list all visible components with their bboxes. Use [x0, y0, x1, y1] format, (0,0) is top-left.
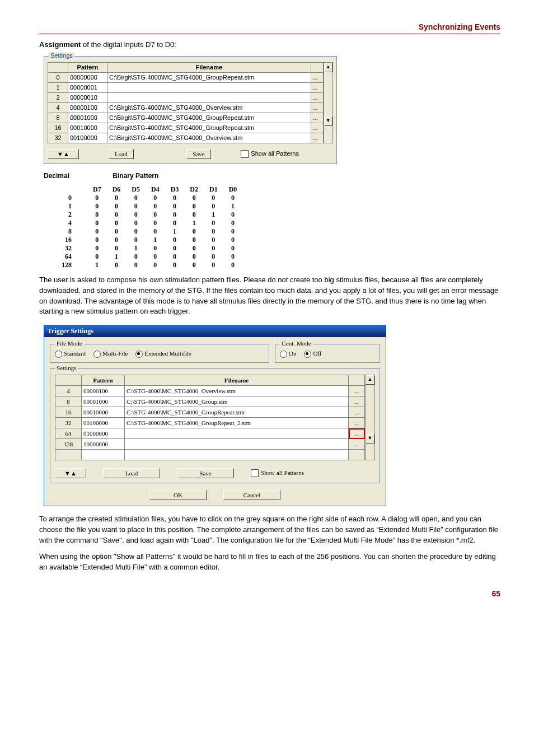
- table-scrollbar-1[interactable]: ▲ ▼: [324, 62, 333, 143]
- table-row: 1600010000C:\Birgit\STG-4000\MC_STG4000_…: [48, 123, 324, 133]
- row-filename[interactable]: C:\STG-4000\MC_STG4000_GroupRepeat_2.stm: [125, 418, 349, 428]
- row-pattern[interactable]: 01000000: [82, 428, 125, 439]
- binary-row: 6401000000: [56, 253, 242, 261]
- row-pattern[interactable]: 00100000: [68, 133, 107, 143]
- browse-button[interactable]: ...: [349, 439, 365, 450]
- ok-button[interactable]: OK: [149, 490, 207, 500]
- bit-value: 0: [87, 244, 107, 253]
- row-pattern[interactable]: 00000100: [82, 386, 125, 396]
- row-pattern[interactable]: 10000000: [82, 439, 125, 450]
- file-mode-option[interactable]: Multi-File: [93, 350, 128, 357]
- radio-icon[interactable]: [55, 351, 62, 358]
- table-scrollbar-2[interactable]: ▲ ▼: [365, 375, 375, 460]
- browse-button[interactable]: ...: [311, 123, 323, 133]
- file-mode-option[interactable]: Extended Multifile: [135, 350, 191, 357]
- table-row: 12810000000...: [55, 439, 365, 450]
- scroll-up-icon[interactable]: ▲: [366, 375, 374, 385]
- row-pattern[interactable]: 00010000: [68, 123, 107, 133]
- row-filename[interactable]: C:\STG-4000\MC_STG4000_GroupRepeat.stm: [125, 407, 349, 418]
- browse-button[interactable]: ...: [311, 133, 323, 143]
- row-filename[interactable]: C:\Birgit\STG-4000\MC_STG4000_GroupRepea…: [107, 123, 311, 133]
- row-pattern[interactable]: 00100000: [82, 418, 125, 428]
- bit-value: 0: [87, 211, 107, 219]
- col2-browse: [349, 375, 365, 386]
- row-pattern[interactable]: 00001000: [82, 396, 125, 407]
- cont-mode-option[interactable]: Off: [304, 350, 321, 357]
- bit-value: 0: [107, 236, 127, 244]
- decimal-value: 16: [56, 236, 87, 244]
- row-filename[interactable]: C:\STG-4000\MC_STG4000_Overview.stm: [125, 386, 349, 396]
- show-all-checkbox-2[interactable]: [251, 469, 259, 477]
- browse-button[interactable]: ...: [311, 82, 323, 92]
- bit-value: 0: [126, 236, 146, 244]
- bit-value: 0: [87, 202, 107, 211]
- browse-button[interactable]: ...: [349, 418, 365, 428]
- load-button[interactable]: Load: [109, 149, 134, 159]
- browse-button[interactable]: ...: [311, 92, 323, 102]
- load-button-2[interactable]: Load: [103, 468, 160, 478]
- cancel-button[interactable]: Cancel: [223, 490, 280, 500]
- sort-button[interactable]: ▼▲: [48, 149, 79, 159]
- table-row: 3200100000C:\STG-4000\MC_STG4000_GroupRe…: [55, 418, 365, 428]
- row-pattern[interactable]: 00001000: [68, 113, 107, 123]
- bit-value: 0: [146, 211, 165, 219]
- bit-value: 0: [184, 227, 204, 236]
- row-filename[interactable]: C:\Birgit\STG-4000\MC_STG4000_GroupRepea…: [107, 113, 311, 123]
- binary-row: 200000010: [56, 211, 242, 219]
- row-pattern[interactable]: 00010000: [82, 407, 125, 418]
- save-button-2[interactable]: Save: [177, 468, 234, 478]
- file-mode-option[interactable]: Standard: [55, 350, 86, 357]
- bit-value: 1: [87, 261, 107, 269]
- radio-icon[interactable]: [93, 351, 101, 358]
- bit-value: 0: [146, 202, 165, 211]
- bit-col: D5: [126, 185, 146, 194]
- row-filename[interactable]: [125, 428, 349, 439]
- col-pattern: Pattern: [68, 62, 107, 72]
- browse-button[interactable]: ...: [349, 428, 365, 439]
- bit-value: 0: [165, 219, 185, 227]
- bit-value: 0: [146, 219, 165, 227]
- row-pattern[interactable]: 00000001: [68, 82, 107, 92]
- row-index: 32: [48, 133, 68, 143]
- radio-icon[interactable]: [280, 351, 287, 358]
- row-filename[interactable]: C:\STG-4000\MC_STG4000_Group.stm: [125, 396, 349, 407]
- browse-button[interactable]: ...: [311, 102, 323, 113]
- browse-button[interactable]: ...: [311, 72, 323, 82]
- row-filename[interactable]: [107, 82, 311, 92]
- col2-pattern: Pattern: [82, 375, 125, 386]
- radio-icon[interactable]: [304, 351, 311, 358]
- bit-value: 0: [204, 219, 223, 227]
- radio-icon[interactable]: [135, 351, 143, 358]
- row-pattern[interactable]: 00000000: [68, 72, 107, 82]
- browse-button[interactable]: ...: [349, 407, 365, 418]
- save-button[interactable]: Save: [186, 149, 210, 159]
- bit-value: 0: [146, 261, 165, 269]
- row-pattern[interactable]: 00000010: [68, 92, 107, 102]
- row-filename[interactable]: C:\Birgit\STG-4000\MC_STG4000_Overview.s…: [107, 102, 311, 113]
- browse-button[interactable]: ...: [349, 386, 365, 396]
- scroll-up-icon[interactable]: ▲: [324, 63, 332, 72]
- row-index: 32: [55, 418, 82, 428]
- browse-button[interactable]: ...: [349, 396, 365, 407]
- row-index: 1: [48, 82, 68, 92]
- bit-value: 0: [184, 211, 204, 219]
- scroll-down-icon[interactable]: ▼: [366, 434, 374, 444]
- bit-col: D6: [107, 185, 127, 194]
- row-pattern[interactable]: 00000100: [68, 102, 107, 113]
- row-filename[interactable]: C:\Birgit\STG-4000\MC_STG4000_Overview.s…: [107, 133, 311, 143]
- binary-row: 3200100000: [56, 244, 242, 253]
- decimal-value: 32: [56, 244, 87, 253]
- decimal-value: 0: [56, 194, 87, 202]
- bit-value: 0: [146, 227, 165, 236]
- binary-row: 400000100: [56, 219, 242, 227]
- sort-button-2[interactable]: ▼▲: [55, 468, 86, 478]
- show-all-checkbox[interactable]: [241, 150, 249, 158]
- browse-button[interactable]: ...: [311, 113, 323, 123]
- scroll-down-icon[interactable]: ▼: [324, 116, 332, 126]
- cont-mode-option[interactable]: On: [280, 350, 296, 357]
- row-filename[interactable]: [125, 439, 349, 450]
- row-filename[interactable]: [107, 92, 311, 102]
- paragraph-1: The user is asked to compose his own sti…: [39, 275, 500, 317]
- bit-col: D7: [87, 185, 107, 194]
- row-filename[interactable]: C:\Birgit\STG-4000\MC_STG4000_GroupRepea…: [107, 72, 311, 82]
